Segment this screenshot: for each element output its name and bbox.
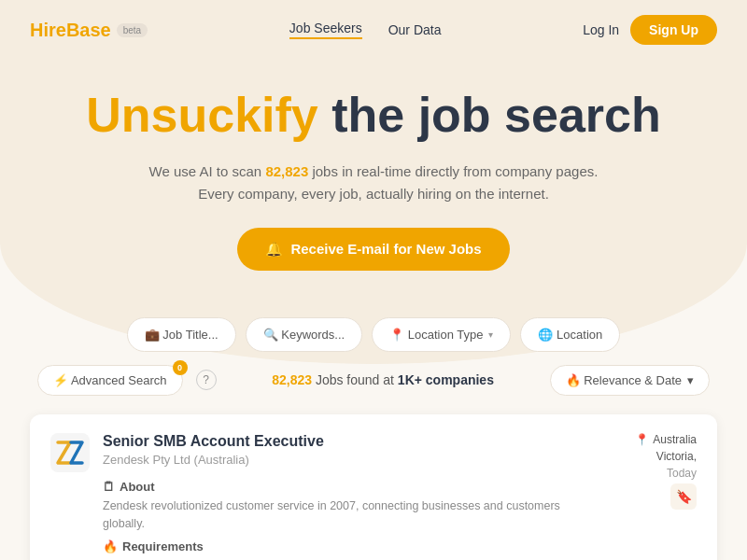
about-section-title: 🗒 About [103,480,562,494]
results-count: 82,823 Jobs found at 1K+ companies [230,372,537,387]
login-button[interactable]: Log In [583,22,619,37]
cta-button[interactable]: 🔔 Receive E-mail for New Jobs [237,228,509,271]
keywords-label: 🔍 Keywords... [263,328,345,342]
location-type-filter[interactable]: 📍 Location Type ▾ [372,317,511,352]
hero-title: Unsuckify the job search [56,88,691,144]
location-filter[interactable]: 🌐 Location [520,317,620,352]
job-info: Senior SMB Account Executive Zendesk Pty… [103,433,562,558]
hero-title-highlight: Unsuckify [86,88,318,142]
bookmark-button[interactable]: 🔖 [670,483,697,510]
cta-icon: 🔔 [265,241,283,258]
keywords-filter[interactable]: 🔍 Keywords... [246,317,363,352]
job-meta: 📍 Australia Victoria, Today 🔖 [575,433,697,510]
advanced-search-button[interactable]: ⚡ Advanced Search 0 [37,365,183,396]
hero-title-main: the job search [318,88,661,142]
job-title: Senior SMB Account Executive [103,433,562,450]
hero-section: Unsuckify the job search We use AI to sc… [0,60,747,289]
job-count: 82,823 [265,163,308,179]
job-location: 📍 Australia [635,433,697,446]
sort-chevron: ▾ [687,373,694,387]
nav-link-our-data[interactable]: Our Data [388,22,442,37]
location-label: 🌐 Location [538,328,602,342]
requirements-section: 🔥 Requirements [103,539,562,553]
sort-label: 🔥 Relevance & Date [566,373,682,387]
advanced-search-badge: 0 [173,360,188,375]
cta-label: Receive E-mail for New Jobs [290,241,481,257]
location-pin-icon: 📍 [635,433,649,446]
requirements-icon: 🔥 [103,539,118,553]
job-title-label: 💼 Job Title... [145,328,218,342]
advanced-search-label: ⚡ Advanced Search [53,373,167,387]
sub-filters: ⚡ Advanced Search 0 ? 82,823 Jobs found … [0,365,747,414]
sort-button[interactable]: 🔥 Relevance & Date ▾ [550,365,710,396]
results-number: 82,823 [272,372,312,387]
navbar: HireBase beta Job Seekers Our Data Log I… [0,0,747,60]
location-state: Victoria, [656,450,697,463]
location-type-label: 📍 Location Type [389,328,483,342]
help-icon[interactable]: ? [196,370,217,390]
about-text: Zendesk revolutionized customer service … [103,497,562,533]
company-name: Zendesk Pty Ltd (Australia) [103,453,562,467]
results-companies: 1K+ companies [398,372,494,387]
hero-subtitle: We use AI to scan 82,823 jobs in real-ti… [131,161,616,205]
beta-badge: beta [117,23,148,37]
nav-link-job-seekers[interactable]: Job Seekers [289,21,362,39]
company-logo [50,433,90,472]
nav-links: Job Seekers Our Data [289,21,442,39]
signup-button[interactable]: Sign Up [630,15,717,45]
location-country: Australia [653,433,697,446]
location-type-chevron: ▾ [488,329,493,340]
requirements-section-title: 🔥 Requirements [103,539,562,553]
search-filters: 💼 Job Title... 🔍 Keywords... 📍 Location … [0,289,747,365]
svg-rect-0 [50,433,90,472]
about-icon: 🗒 [103,480,115,494]
results-suffix: Jobs found at [316,372,398,387]
logo: HireBase beta [30,20,148,41]
logo-text: HireBase [30,20,111,41]
job-card-header: Senior SMB Account Executive Zendesk Pty… [50,433,697,558]
job-title-filter[interactable]: 💼 Job Title... [127,317,236,352]
job-date: Today [667,467,697,480]
job-card: Senior SMB Account Executive Zendesk Pty… [30,414,717,560]
nav-actions: Log In Sign Up [583,15,717,45]
